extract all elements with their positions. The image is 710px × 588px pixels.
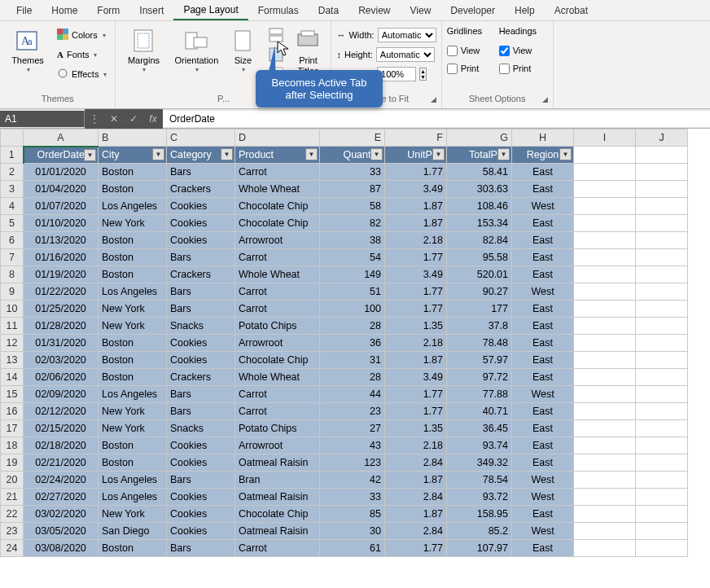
menu-tab-insert[interactable]: Insert bbox=[129, 2, 173, 20]
filter-button-orderdate[interactable]: ▼ bbox=[84, 149, 96, 161]
cell[interactable] bbox=[574, 232, 636, 249]
cell[interactable]: West bbox=[512, 283, 574, 301]
cell[interactable]: 149 bbox=[320, 266, 385, 283]
cell[interactable]: 61 bbox=[320, 540, 385, 557]
cell[interactable] bbox=[574, 540, 636, 557]
cell[interactable]: 02/06/2020 bbox=[24, 369, 99, 386]
gridlines-view-checkbox[interactable]: View bbox=[447, 42, 496, 59]
formula-input[interactable]: OrderDate bbox=[163, 111, 710, 127]
cell[interactable]: 1.87 bbox=[385, 506, 447, 523]
cell[interactable]: Cookies bbox=[167, 454, 235, 472]
table-header-orderdate[interactable]: OrderDate▼ bbox=[24, 147, 99, 164]
cell[interactable]: 1.77 bbox=[385, 283, 447, 301]
cell[interactable]: 90.27 bbox=[447, 283, 512, 301]
cell[interactable]: New York bbox=[99, 215, 167, 232]
cell[interactable]: 51 bbox=[320, 283, 385, 301]
sheet-options-launcher[interactable]: ◢ bbox=[540, 95, 551, 107]
themes-button[interactable]: Aa Themes▾ bbox=[5, 26, 50, 75]
cell[interactable] bbox=[574, 164, 636, 181]
cell[interactable]: Boston bbox=[99, 266, 167, 283]
cell[interactable]: East bbox=[512, 249, 574, 266]
cell[interactable]: 36 bbox=[320, 335, 385, 352]
filter-button-totalprice[interactable]: ▼ bbox=[497, 148, 510, 160]
column-header-F[interactable]: F bbox=[385, 129, 447, 147]
cell[interactable] bbox=[636, 472, 688, 489]
column-header-G[interactable]: G bbox=[447, 129, 512, 147]
cell[interactable]: 2.18 bbox=[385, 335, 447, 352]
cell[interactable]: East bbox=[512, 540, 574, 557]
cell[interactable]: Carrot bbox=[235, 540, 320, 557]
cell[interactable] bbox=[636, 181, 688, 198]
cell[interactable]: 01/10/2020 bbox=[24, 215, 99, 232]
cell[interactable]: Oatmeal Raisin bbox=[235, 489, 320, 506]
cell[interactable]: 97.72 bbox=[447, 369, 512, 386]
cell[interactable]: 177 bbox=[447, 301, 512, 318]
column-header-J[interactable]: J bbox=[636, 129, 688, 147]
row-header[interactable]: 4 bbox=[1, 198, 24, 215]
cell[interactable]: Bars bbox=[167, 164, 235, 181]
cell[interactable]: East bbox=[512, 164, 574, 181]
row-header[interactable]: 19 bbox=[1, 454, 24, 472]
orientation-button[interactable]: Orientation▾ bbox=[169, 26, 223, 75]
cell[interactable]: 03/08/2020 bbox=[24, 540, 99, 557]
filter-button-city[interactable]: ▼ bbox=[152, 148, 164, 160]
cell[interactable]: 85.2 bbox=[447, 523, 512, 540]
cell[interactable]: Los Angeles bbox=[99, 472, 167, 489]
cell[interactable]: 93.74 bbox=[447, 437, 512, 454]
cell[interactable]: Boston bbox=[99, 335, 167, 352]
cell[interactable]: Cookies bbox=[167, 335, 235, 352]
menu-tab-page-layout[interactable]: Page Layout bbox=[173, 1, 248, 20]
headings-print-checkbox[interactable]: Print bbox=[499, 60, 548, 77]
cell[interactable]: Whole Wheat bbox=[235, 266, 320, 283]
cell[interactable]: 02/09/2020 bbox=[24, 386, 99, 403]
cell[interactable]: 82 bbox=[320, 215, 385, 232]
cell[interactable]: Potato Chips bbox=[235, 318, 320, 335]
cell[interactable]: Arrowroot bbox=[235, 232, 320, 249]
cell[interactable]: 31 bbox=[320, 352, 385, 369]
cell[interactable] bbox=[574, 523, 636, 540]
cell[interactable]: 23 bbox=[320, 403, 385, 420]
cell[interactable]: Boston bbox=[99, 164, 167, 181]
cell[interactable] bbox=[636, 215, 688, 232]
row-header[interactable]: 22 bbox=[1, 506, 24, 523]
cell[interactable]: West bbox=[512, 523, 574, 540]
cell[interactable]: 1.77 bbox=[385, 403, 447, 420]
menu-tab-review[interactable]: Review bbox=[348, 2, 400, 20]
table-header-totalprice[interactable]: TotalPric▼ bbox=[447, 147, 512, 164]
cell[interactable]: West bbox=[512, 472, 574, 489]
cell[interactable]: Chocolate Chip bbox=[235, 352, 320, 369]
column-header-A[interactable]: A bbox=[24, 129, 99, 147]
cell[interactable]: 36.45 bbox=[447, 420, 512, 437]
cell[interactable]: East bbox=[512, 420, 574, 437]
cell[interactable]: East bbox=[512, 266, 574, 283]
row-header[interactable]: 1 bbox=[1, 147, 24, 164]
filter-button-category[interactable]: ▼ bbox=[221, 148, 233, 160]
row-header[interactable]: 20 bbox=[1, 472, 24, 489]
scale-input[interactable] bbox=[377, 67, 416, 81]
cell[interactable] bbox=[636, 506, 688, 523]
cell[interactable] bbox=[574, 249, 636, 266]
menu-tab-data[interactable]: Data bbox=[309, 2, 348, 20]
column-header-H[interactable]: H bbox=[512, 129, 574, 147]
cell[interactable]: 3.49 bbox=[385, 266, 447, 283]
cell[interactable]: 01/25/2020 bbox=[24, 301, 99, 318]
cell[interactable]: 43 bbox=[320, 437, 385, 454]
cell[interactable] bbox=[636, 232, 688, 249]
cell[interactable]: Arrowroot bbox=[235, 437, 320, 454]
cell[interactable]: 58 bbox=[320, 198, 385, 215]
table-header-quantity[interactable]: Quantity▼ bbox=[320, 147, 385, 164]
cell[interactable]: 38 bbox=[320, 232, 385, 249]
cell[interactable]: Whole Wheat bbox=[235, 369, 320, 386]
row-header[interactable]: 12 bbox=[1, 335, 24, 352]
select-all-corner[interactable] bbox=[1, 129, 24, 147]
cell[interactable] bbox=[636, 249, 688, 266]
name-box[interactable]: A1 bbox=[0, 111, 85, 127]
colors-button[interactable]: Colors▾ bbox=[54, 26, 110, 44]
cell[interactable]: Carrot bbox=[235, 283, 320, 301]
cell[interactable]: Boston bbox=[99, 232, 167, 249]
cell[interactable] bbox=[636, 454, 688, 472]
scale-up-button[interactable]: ▲ bbox=[420, 68, 426, 74]
cell[interactable]: Crackers bbox=[167, 369, 235, 386]
cell[interactable]: 02/24/2020 bbox=[24, 472, 99, 489]
filter-button-unitprice[interactable]: ▼ bbox=[432, 148, 445, 160]
